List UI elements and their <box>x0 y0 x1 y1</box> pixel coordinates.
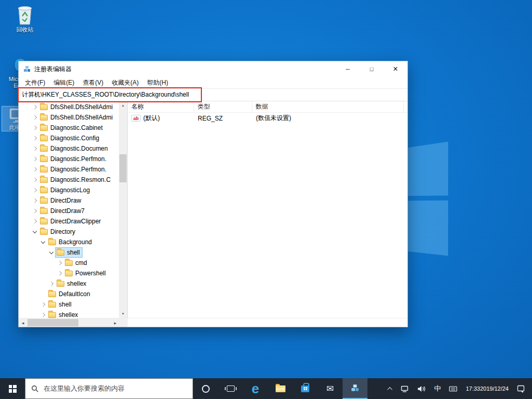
tray-expand-button[interactable] <box>385 378 397 399</box>
store-button[interactable] <box>293 378 318 399</box>
tree-item-background[interactable]: Background <box>19 237 119 247</box>
tree-item-diagnosticlog[interactable]: DiagnosticLog <box>19 185 119 195</box>
tree-item-shellex[interactable]: shellex <box>19 278 119 289</box>
chevron-right-icon[interactable] <box>32 115 37 120</box>
tree-item-defaulticon[interactable]: DefaultIcon <box>19 289 119 299</box>
chevron-down-icon[interactable] <box>49 250 54 255</box>
chevron-right-icon[interactable] <box>40 302 46 307</box>
menubar: 文件(F) 编辑(E) 查看(V) 收藏夹(A) 帮助(H) <box>19 77 407 88</box>
taskbar-clock[interactable]: 17:33 2019/12/24 <box>461 378 513 399</box>
chevron-right-icon[interactable] <box>49 281 54 286</box>
tree-item-shell[interactable]: shell <box>19 247 119 258</box>
chevron-right-icon[interactable] <box>32 146 37 151</box>
recycle-bin-icon[interactable]: 回收站 <box>8 4 42 33</box>
network-button[interactable] <box>397 378 413 399</box>
chevron-right-icon[interactable] <box>57 260 62 265</box>
keyboard-button[interactable] <box>445 378 461 399</box>
folder-icon <box>40 229 48 235</box>
regedit-taskbar-button[interactable] <box>343 378 367 399</box>
chevron-right-icon[interactable] <box>32 156 37 162</box>
tree-item-directdrawclipper[interactable]: DirectDrawClipper <box>19 216 119 227</box>
address-bar[interactable]: 计算机\HKEY_CLASSES_ROOT\Directory\Backgrou… <box>19 88 407 101</box>
tree-item-directdraw[interactable]: DirectDraw <box>19 195 119 206</box>
tree-item-cmd[interactable]: cmd <box>19 258 119 268</box>
keyboard-icon <box>449 386 457 392</box>
tree-item-label: shellex <box>67 280 86 287</box>
chevron-right-icon[interactable] <box>32 177 37 182</box>
titlebar[interactable]: 注册表编辑器 ─ □ × <box>19 61 407 77</box>
close-button[interactable]: × <box>384 61 407 77</box>
chevron-right-icon[interactable] <box>32 136 37 141</box>
action-center-button[interactable] <box>513 378 529 399</box>
chevron-right-icon[interactable] <box>32 167 37 172</box>
file-explorer-button[interactable] <box>268 378 293 399</box>
folder-icon <box>48 240 56 245</box>
edge-taskbar-button[interactable]: e <box>243 378 268 399</box>
chevron-right-icon[interactable] <box>32 219 37 224</box>
start-button[interactable] <box>0 378 25 399</box>
minimize-button[interactable]: ─ <box>336 61 360 77</box>
cortana-button[interactable] <box>193 378 218 399</box>
chevron-right-icon[interactable] <box>40 312 46 317</box>
tree-item-shell[interactable]: shell <box>19 299 119 310</box>
tree-item-diagnostic-documen[interactable]: Diagnostic.Documen <box>19 143 119 154</box>
vertical-scroll-track[interactable] <box>119 110 127 310</box>
tree-horizontal-scrollbar[interactable]: ◀ ▶ <box>19 318 119 327</box>
tree-item-label: shellex <box>59 311 78 318</box>
horizontal-scroll-track[interactable] <box>27 318 111 327</box>
chevron-right-icon[interactable] <box>32 104 37 110</box>
column-header-type[interactable]: 类型 <box>194 101 252 112</box>
regedit-app-icon <box>23 65 31 73</box>
tree-item-diagnostic-cabinet[interactable]: Diagnostic.Cabinet <box>19 123 119 133</box>
tree-item-directory[interactable]: Directory <box>19 227 119 237</box>
tree-item-label: Diagnostic.Resmon.C <box>50 176 111 183</box>
tree-item-diagnostic-perfmon-[interactable]: Diagnostic.Perfmon. <box>19 154 119 164</box>
scroll-left-arrow[interactable]: ◀ <box>19 318 27 327</box>
tree-item-diagnostic-perfmon-[interactable]: Diagnostic.Perfmon. <box>19 164 119 175</box>
tree-item-powershell[interactable]: Powershell <box>19 268 119 278</box>
tree-item-directdraw7[interactable]: DirectDraw7 <box>19 206 119 216</box>
maximize-button[interactable]: □ <box>360 61 384 77</box>
value-data: (数值未设置) <box>252 114 407 123</box>
cortana-icon <box>202 385 210 393</box>
tree-vertical-scrollbar[interactable]: ▲ ▼ <box>119 101 127 318</box>
mail-button[interactable]: ✉ <box>318 378 343 399</box>
chevron-right-icon[interactable] <box>32 208 37 214</box>
chevron-right-icon[interactable] <box>32 125 37 130</box>
menu-file[interactable]: 文件(F) <box>21 77 49 88</box>
scroll-right-arrow[interactable]: ▶ <box>111 318 119 327</box>
system-tray: 中 17:33 2019/12/24 <box>385 378 532 399</box>
column-header-data[interactable]: 数据 <box>252 101 404 112</box>
column-header-filler <box>404 101 407 112</box>
chevron-down-icon[interactable] <box>32 229 37 234</box>
chevron-down-icon[interactable] <box>40 240 46 245</box>
taskbar-search-box[interactable]: 在这里输入你要搜索的内容 <box>25 378 193 399</box>
tree-item-shellex[interactable]: shellex <box>19 310 119 318</box>
folder-icon <box>57 250 64 256</box>
folder-icon <box>48 302 56 308</box>
list-header: 名称 类型 数据 <box>128 101 407 113</box>
tree-item-dfsshell-dfsshelladmi[interactable]: DfsShell.DfsShellAdmi <box>19 112 119 123</box>
volume-button[interactable] <box>413 378 430 399</box>
chevron-right-icon[interactable] <box>32 188 37 193</box>
scroll-down-arrow[interactable]: ▼ <box>119 310 127 318</box>
task-view-button[interactable] <box>218 378 243 399</box>
tree-item-dfsshell-dfsshelladmi[interactable]: DfsShell.DfsShellAdmi <box>19 102 119 112</box>
scroll-up-arrow[interactable]: ▲ <box>119 101 127 110</box>
vertical-scroll-thumb[interactable] <box>119 154 127 182</box>
menu-view[interactable]: 查看(V) <box>78 77 107 88</box>
column-header-name[interactable]: 名称 <box>128 101 194 112</box>
menu-edit[interactable]: 编辑(E) <box>49 77 78 88</box>
horizontal-scroll-thumb[interactable] <box>28 319 78 326</box>
value-name: (默认) <box>143 114 160 123</box>
ime-indicator[interactable]: 中 <box>430 378 445 399</box>
menu-help[interactable]: 帮助(H) <box>143 77 172 88</box>
chevron-right-icon[interactable] <box>32 198 37 203</box>
chevron-right-icon[interactable] <box>57 271 62 276</box>
tree-item-diagnostic-resmon-c[interactable]: Diagnostic.Resmon.C <box>19 175 119 185</box>
tree-item-label: DfsShell.DfsShellAdmi <box>50 103 113 111</box>
menu-favorites[interactable]: 收藏夹(A) <box>107 77 143 88</box>
value-row[interactable]: ab(默认)REG_SZ(数值未设置) <box>128 113 407 124</box>
tree-item-diagnostic-config[interactable]: Diagnostic.Config <box>19 133 119 143</box>
tree-item-label: DefaultIcon <box>59 290 90 298</box>
